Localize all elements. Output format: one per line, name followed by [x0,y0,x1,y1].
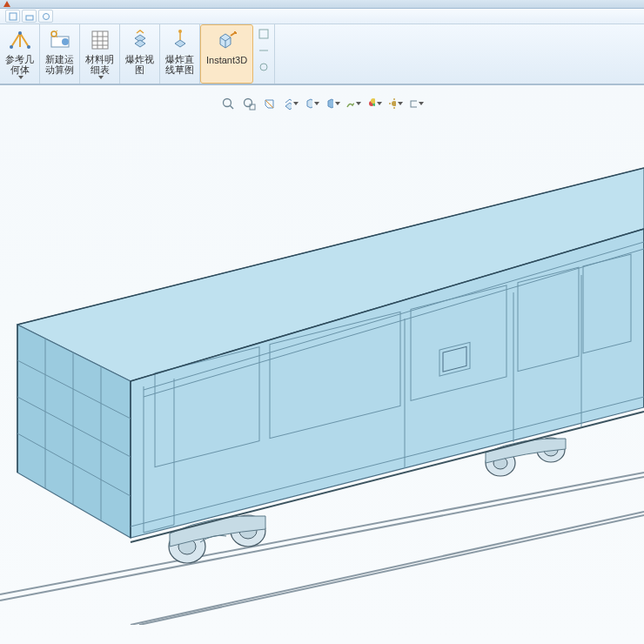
ribbon-instant3d[interactable]: Instant3D [200,24,253,84]
instant3d-icon [214,28,240,54]
svg-point-5 [27,45,30,49]
ribbon-reference-geometry[interactable]: 参考几何体 [0,24,40,84]
svg-point-6 [18,31,22,35]
section-icon[interactable] [262,96,278,111]
svg-point-23 [245,99,252,107]
svg-point-4 [10,45,13,49]
ribbon-explode-sketch[interactable]: 爆炸直线草图 [160,24,200,84]
ribbon-motion-study[interactable]: 新建运动算例 [40,24,80,84]
display-style-icon[interactable] [304,96,319,111]
appearance-icon[interactable] [366,96,382,111]
quick-access-toolbar [0,9,644,24]
zoom-area-icon[interactable] [241,96,257,111]
view-select-icon[interactable] [283,96,299,111]
ribbon-label: 爆炸视图 [125,54,154,75]
railcar-model [0,155,644,625]
svg-point-20 [260,64,267,70]
svg-rect-10 [92,31,108,49]
heads-up-view-toolbar [220,96,424,111]
scene-icon[interactable] [345,96,361,111]
strip-button-2[interactable] [256,43,272,58]
exploded-view-icon [127,27,153,53]
ribbon-exploded-view[interactable]: 爆炸视图 [120,24,160,84]
svg-rect-0 [10,13,17,20]
ribbon-label: 材料明细表 [85,54,114,75]
svg-line-22 [230,105,233,109]
window-titlebar [0,0,644,9]
svg-point-17 [178,30,182,33]
bom-icon [87,27,113,53]
ribbon-label: 爆炸直线草图 [165,54,194,75]
svg-point-9 [62,38,69,45]
ribbon-right-strip [253,24,275,84]
svg-rect-34 [411,101,417,107]
render-icon[interactable] [325,96,340,111]
ribbon: 参考几何体 新建运动算例 材料明细表 [0,24,644,85]
chevron-down-icon [98,76,104,79]
3d-viewport[interactable] [0,85,644,644]
reference-geometry-icon [7,27,33,53]
app-logo-icon [3,1,10,7]
ribbon-bom[interactable]: 材料明细表 [80,24,120,84]
strip-button-1[interactable] [256,26,272,42]
ribbon-label: 参考几何体 [5,54,34,75]
explode-sketch-icon [167,27,193,53]
settings-icon[interactable] [387,96,403,111]
camera-icon[interactable] [408,96,424,111]
svg-point-29 [392,101,396,106]
motion-study-icon [47,27,73,53]
svg-point-2 [43,13,49,19]
svg-rect-18 [259,30,268,38]
ribbon-label: 新建运动算例 [45,54,74,75]
qat-button-3[interactable] [38,10,53,23]
ribbon-label: Instant3D [206,55,247,65]
qat-button-2[interactable] [22,10,37,23]
strip-button-3[interactable] [256,59,272,75]
qat-button-1[interactable] [5,10,20,23]
zoom-fit-icon[interactable] [220,96,236,111]
chevron-down-icon [18,76,23,79]
svg-rect-1 [26,16,33,20]
